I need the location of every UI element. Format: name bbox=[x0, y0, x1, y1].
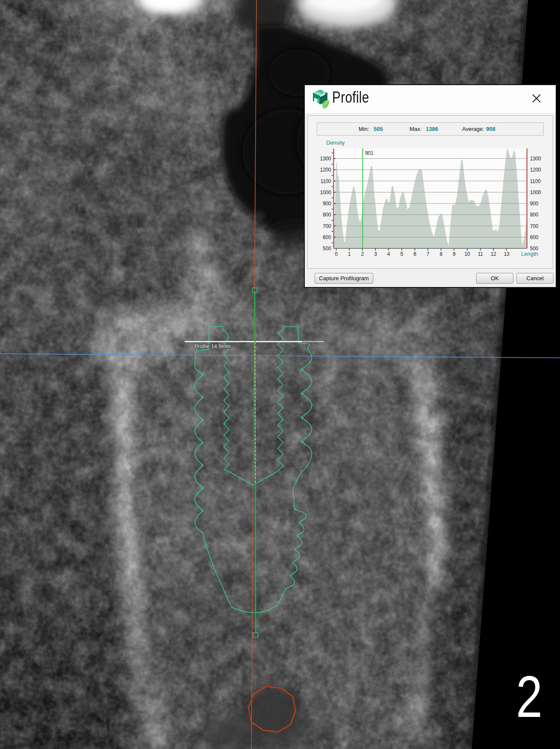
svg-text:8: 8 bbox=[439, 251, 442, 257]
svg-text:600: 600 bbox=[323, 234, 331, 240]
svg-text:3: 3 bbox=[374, 251, 377, 257]
svg-text:1300: 1300 bbox=[320, 156, 331, 162]
svg-text:4: 4 bbox=[387, 251, 390, 257]
svg-text:700: 700 bbox=[530, 223, 539, 229]
svg-text:901: 901 bbox=[365, 150, 374, 156]
svg-text:1300: 1300 bbox=[530, 156, 541, 162]
svg-text:0: 0 bbox=[335, 251, 338, 257]
svg-text:800: 800 bbox=[530, 212, 539, 218]
svg-text:1100: 1100 bbox=[530, 178, 541, 184]
svg-text:5: 5 bbox=[401, 251, 404, 257]
svg-text:600: 600 bbox=[530, 234, 539, 240]
svg-text:500: 500 bbox=[323, 246, 331, 252]
svg-text:6: 6 bbox=[413, 251, 416, 257]
svg-text:11: 11 bbox=[478, 251, 483, 257]
svg-text:Density: Density bbox=[326, 139, 345, 146]
svg-text:1000: 1000 bbox=[530, 189, 541, 195]
svg-text:13: 13 bbox=[504, 251, 510, 257]
svg-text:1200: 1200 bbox=[530, 167, 541, 173]
svg-text:900: 900 bbox=[323, 201, 331, 207]
svg-text:800: 800 bbox=[323, 212, 331, 218]
svg-text:7: 7 bbox=[427, 251, 430, 257]
svg-text:9: 9 bbox=[453, 251, 456, 257]
svg-text:1200: 1200 bbox=[320, 167, 331, 173]
svg-text:2: 2 bbox=[361, 251, 364, 257]
svg-text:700: 700 bbox=[323, 223, 331, 229]
svg-text:1100: 1100 bbox=[320, 178, 331, 184]
svg-text:Length: Length bbox=[521, 251, 538, 257]
svg-text:1: 1 bbox=[348, 251, 351, 257]
svg-text:900: 900 bbox=[530, 201, 539, 207]
svg-text:12: 12 bbox=[491, 251, 496, 257]
svg-text:1000: 1000 bbox=[320, 189, 331, 195]
svg-text:10: 10 bbox=[465, 251, 470, 257]
